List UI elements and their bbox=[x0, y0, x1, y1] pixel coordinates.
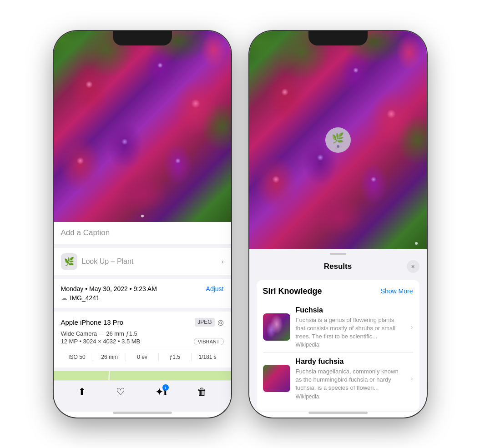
fuchsia-name: Fuchsia bbox=[296, 306, 405, 314]
share-button[interactable]: ⬆ bbox=[78, 386, 86, 398]
fuchsia-description: Fuchsia is a genus of flowering plants t… bbox=[296, 316, 405, 341]
results-title: Results bbox=[269, 262, 407, 271]
visual-search-icon: 🌿 bbox=[61, 253, 77, 270]
photo-area-2[interactable]: 🌿 bbox=[249, 31, 427, 249]
info-badge: i bbox=[162, 384, 169, 391]
delete-button[interactable]: 🗑 bbox=[197, 386, 207, 398]
date-row: Monday • May 30, 2022 • 9:23 AM Adjust bbox=[61, 285, 224, 292]
filename: IMG_4241 bbox=[70, 294, 100, 302]
map-background bbox=[54, 371, 231, 380]
leaf-icon: 🌿 bbox=[332, 132, 344, 144]
photo-area-1[interactable] bbox=[54, 31, 231, 222]
phone-2: 🌿 Results × Siri Knowledge Show More bbox=[249, 31, 427, 418]
hardy-fuchsia-chevron-icon: › bbox=[411, 375, 413, 382]
lookup-text-bold: Look Up – bbox=[82, 257, 115, 265]
device-section: Apple iPhone 13 Pro JPEG ◎ Wide Camera —… bbox=[54, 312, 231, 367]
camera-spec: Wide Camera — 26 mm ƒ1.5 bbox=[61, 330, 224, 337]
result-item-hardy-fuchsia[interactable]: Hardy fuchsia Fuchsia magellanica, commo… bbox=[263, 353, 413, 404]
lookup-dot bbox=[337, 145, 339, 148]
jpeg-badge: JPEG bbox=[195, 318, 214, 327]
petal-layer-1 bbox=[54, 31, 231, 222]
exif-iso: ISO 50 bbox=[61, 353, 94, 361]
badge-row: JPEG ◎ bbox=[195, 318, 223, 327]
fuchsia-source: Wikipedia bbox=[296, 342, 405, 348]
siri-knowledge-section: Siri Knowledge Show More Fuchsia Fuchsia… bbox=[257, 280, 419, 411]
metadata-section: Monday • May 30, 2022 • 9:23 AM Adjust ☁… bbox=[54, 279, 231, 308]
phone-1: Add a Caption 🌿 Look Up – Plant › Monday… bbox=[54, 31, 231, 418]
lookup-chevron-icon: › bbox=[222, 258, 224, 265]
flower-photo-1 bbox=[54, 31, 231, 222]
siri-header: Siri Knowledge Show More bbox=[263, 287, 413, 296]
exif-shutter: 1/181 s bbox=[192, 353, 224, 361]
vibrant-badge: VIBRANT bbox=[194, 338, 224, 345]
notch-1 bbox=[113, 31, 172, 45]
close-button[interactable]: × bbox=[407, 260, 419, 273]
siri-knowledge-title: Siri Knowledge bbox=[263, 287, 322, 296]
thumb-detail-1 bbox=[263, 313, 290, 341]
device-row: Apple iPhone 13 Pro JPEG ◎ bbox=[61, 318, 224, 327]
exif-focal: 26 mm bbox=[93, 353, 126, 361]
photo-dot-2 bbox=[415, 242, 418, 245]
info-panel-1[interactable]: Add a Caption 🌿 Look Up – Plant › Monday… bbox=[54, 222, 231, 380]
map-section[interactable] bbox=[54, 371, 231, 380]
hardy-fuchsia-name: Hardy fuchsia bbox=[296, 357, 405, 366]
filename-row: ☁ IMG_4241 bbox=[61, 294, 224, 302]
location-icon: ◎ bbox=[217, 318, 224, 327]
date-text: Monday • May 30, 2022 • 9:23 AM bbox=[61, 285, 157, 292]
hardy-fuchsia-content: Hardy fuchsia Fuchsia magellanica, commo… bbox=[296, 357, 405, 400]
exif-ev: 0 ev bbox=[126, 353, 159, 361]
fuchsia-chevron-icon: › bbox=[411, 323, 413, 331]
file-spec: 12 MP • 3024 × 4032 • 3.5 MB VIBRANT bbox=[61, 338, 224, 345]
show-more-button[interactable]: Show More bbox=[381, 287, 413, 295]
map-road-v bbox=[105, 371, 110, 380]
file-spec-text: 12 MP • 3024 × 4032 • 3.5 MB bbox=[61, 338, 141, 345]
lookup-label: Look Up – Plant bbox=[82, 257, 134, 266]
info-button-container[interactable]: ✦ℹ i bbox=[155, 386, 167, 398]
phone-2-screen: 🌿 Results × Siri Knowledge Show More bbox=[249, 31, 427, 418]
fuchsia-thumbnail bbox=[263, 313, 290, 341]
phone-1-screen: Add a Caption 🌿 Look Up – Plant › Monday… bbox=[54, 31, 231, 418]
notch-2 bbox=[308, 31, 368, 45]
toolbar-1: ⬆ ♡ ✦ℹ i 🗑 bbox=[54, 380, 231, 412]
caption-placeholder: Add a Caption bbox=[61, 228, 110, 237]
favorite-button[interactable]: ♡ bbox=[116, 386, 125, 398]
close-icon: × bbox=[411, 263, 414, 270]
hardy-fuchsia-source: Wikipedia bbox=[296, 393, 405, 400]
result-item-fuchsia[interactable]: Fuchsia Fuchsia is a genus of flowering … bbox=[263, 302, 413, 353]
lookup-subject: Plant bbox=[115, 257, 133, 265]
visual-lookup-button[interactable]: 🌿 bbox=[325, 127, 351, 153]
results-sheet[interactable]: Results × Siri Knowledge Show More bbox=[249, 249, 427, 412]
fuchsia-content: Fuchsia Fuchsia is a genus of flowering … bbox=[296, 306, 405, 348]
hardy-fuchsia-description: Fuchsia magellanica, commonly known as t… bbox=[296, 367, 405, 393]
hardy-fuchsia-thumbnail bbox=[263, 365, 290, 392]
exif-row: ISO 50 26 mm 0 ev ƒ1.5 1/181 s bbox=[61, 349, 224, 361]
results-header: Results × bbox=[249, 255, 427, 277]
device-name: Apple iPhone 13 Pro bbox=[61, 318, 124, 326]
photo-dot-1 bbox=[141, 215, 144, 217]
cloud-icon: ☁ bbox=[61, 294, 67, 302]
caption-area[interactable]: Add a Caption bbox=[54, 222, 231, 244]
exif-aperture: ƒ1.5 bbox=[159, 353, 192, 361]
fuchsia-thumb-img bbox=[263, 313, 290, 341]
adjust-button[interactable]: Adjust bbox=[206, 285, 224, 292]
lookup-row[interactable]: 🌿 Look Up – Plant › bbox=[54, 248, 231, 275]
hardy-fuchsia-thumb-img bbox=[263, 365, 290, 392]
home-indicator-1 bbox=[113, 412, 172, 414]
home-indicator-2 bbox=[308, 412, 368, 414]
